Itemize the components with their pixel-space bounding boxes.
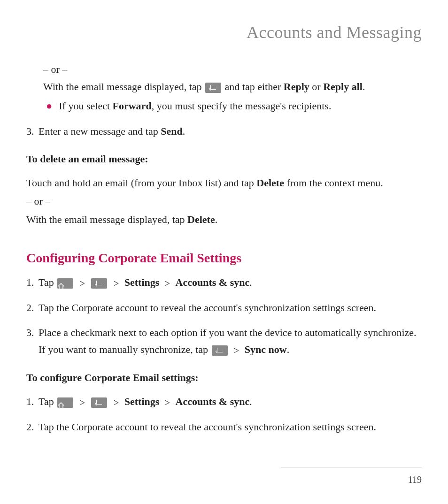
menu-key-icon xyxy=(205,83,221,93)
send-label: Send xyxy=(161,125,182,137)
reply-all-label: Reply all xyxy=(323,81,363,92)
step-number: 3. xyxy=(26,123,39,139)
step-text: Tap > > Settings > Accounts & sync. xyxy=(39,393,422,410)
text: . xyxy=(249,396,252,407)
or-separator: – or – xyxy=(26,193,422,209)
delete-heading: To delete an email message: xyxy=(26,151,422,167)
home-key-icon xyxy=(57,397,73,408)
text: If you select xyxy=(59,100,112,112)
accounts-sync-label: Accounts & sync xyxy=(176,396,250,407)
configure-step-2: 2. Tap the Corporate account to reveal t… xyxy=(26,419,422,435)
config-step-3: 3. Place a checkmark next to each option… xyxy=(26,324,422,358)
text: from the context menu. xyxy=(284,177,383,189)
continuation-block: – or – With the email message displayed,… xyxy=(43,61,422,115)
menu-key-icon xyxy=(212,345,228,356)
step-text: Tap the Corporate account to reveal the … xyxy=(39,299,422,316)
delete-paragraph-1: Touch and hold an email (from your Inbox… xyxy=(26,175,422,191)
text: Tap xyxy=(39,276,56,288)
forward-label: Forward xyxy=(113,100,152,112)
delete-label: Delete xyxy=(256,177,284,189)
home-key-icon xyxy=(57,278,73,289)
sync-now-label: Sync now xyxy=(245,344,287,355)
text: . xyxy=(287,344,290,355)
footer-rule xyxy=(281,467,422,467)
text: With the email message displayed, tap xyxy=(26,214,187,225)
or-separator: – or – xyxy=(43,61,422,77)
reply-label: Reply xyxy=(284,81,309,92)
step-number: 2. xyxy=(26,419,39,435)
step-3: 3. Enter a new message and tap Send. xyxy=(26,123,422,139)
step-text: Enter a new message and tap Send. xyxy=(39,123,422,139)
settings-label: Settings xyxy=(124,396,160,407)
step-number: 1. xyxy=(26,393,39,410)
configure-heading: To configure Corporate Email settings: xyxy=(26,369,422,386)
text: . xyxy=(215,214,218,225)
step-text: Tap > > Settings > Accounts & sync. xyxy=(39,274,422,291)
bullet-text: If you select Forward, you must specify … xyxy=(59,98,422,114)
menu-key-icon xyxy=(91,397,107,408)
step-text: Place a checkmark next to each option if… xyxy=(39,324,422,358)
text: . xyxy=(249,276,252,288)
breadcrumb-separator: > xyxy=(234,343,239,358)
config-step-1: 1. Tap > > Settings > Accounts & sync. xyxy=(26,274,422,291)
breadcrumb-separator: > xyxy=(114,276,119,291)
page-content: – or – With the email message displayed,… xyxy=(26,61,422,435)
text: , you must specify the message's recipie… xyxy=(152,100,332,112)
bullet-item: ● If you select Forward, you must specif… xyxy=(46,98,422,114)
step-text: Tap the Corporate account to reveal the … xyxy=(39,419,422,435)
page-number: 119 xyxy=(408,474,422,485)
step-number: 3. xyxy=(26,324,39,358)
page-header: Accounts and Messaging xyxy=(26,23,422,42)
text: and tap either xyxy=(225,81,284,92)
breadcrumb-separator: > xyxy=(80,276,85,291)
text: . xyxy=(183,125,185,137)
breadcrumb-separator: > xyxy=(114,395,119,410)
text: Tap xyxy=(39,396,56,407)
breadcrumb-separator: > xyxy=(165,395,170,410)
text: or xyxy=(312,81,323,92)
step-number: 2. xyxy=(26,299,39,316)
settings-label: Settings xyxy=(124,276,160,288)
accounts-sync-label: Accounts & sync xyxy=(176,276,250,288)
text: . xyxy=(363,81,365,92)
delete-paragraph-2: With the email message displayed, tap De… xyxy=(26,211,422,228)
menu-key-icon xyxy=(91,278,107,289)
breadcrumb-separator: > xyxy=(165,276,170,291)
instruction-line: With the email message displayed, tap an… xyxy=(43,78,422,95)
text: Touch and hold an email (from your Inbox… xyxy=(26,177,256,189)
step-number: 1. xyxy=(26,274,39,291)
config-step-2: 2. Tap the Corporate account to reveal t… xyxy=(26,299,422,316)
breadcrumb-separator: > xyxy=(80,395,85,410)
configure-step-1: 1. Tap > > Settings > Accounts & sync. xyxy=(26,393,422,410)
delete-label: Delete xyxy=(187,214,215,225)
bullet-icon: ● xyxy=(46,98,52,114)
text: With the email message displayed, tap xyxy=(43,81,204,92)
text: Enter a new message and tap xyxy=(39,125,161,137)
section-title: Configuring Corporate Email Settings xyxy=(26,248,422,269)
